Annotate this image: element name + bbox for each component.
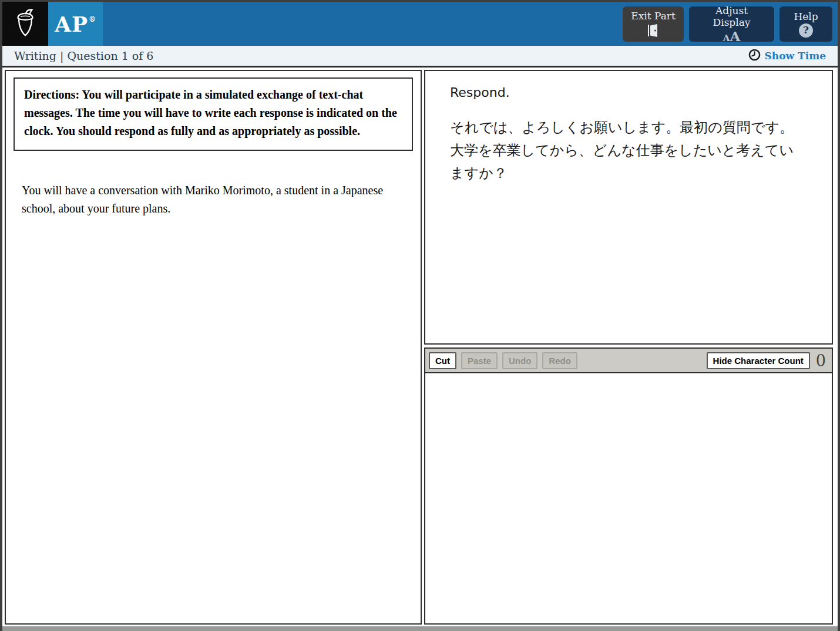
show-time-label: Show Time xyxy=(765,50,826,62)
ap-logo: AP® xyxy=(48,2,103,46)
adjust-display-button[interactable]: Adjust Display AA xyxy=(689,6,774,42)
acorn-icon xyxy=(13,8,38,40)
editor-toolbar: Cut Paste Undo Redo Hide Character Count… xyxy=(425,349,832,373)
response-editor: Cut Paste Undo Redo Hide Character Count… xyxy=(424,347,833,625)
status-bar: Writing | Question 1 of 6 Show Time xyxy=(2,46,838,68)
prompt-title: Respond. xyxy=(450,85,807,100)
show-time-toggle[interactable]: Show Time xyxy=(748,49,826,63)
clock-icon xyxy=(748,49,761,63)
response-column: Respond. それでは、よろしくお願いします。最初の質問です。大学を卒業して… xyxy=(424,70,833,625)
text-size-icon: AA xyxy=(723,29,741,43)
cut-button[interactable]: Cut xyxy=(429,352,456,369)
adjust-display-label: Adjust Display xyxy=(697,5,766,28)
question-mark-icon: ? xyxy=(799,23,813,38)
stimulus-panel: Respond. それでは、よろしくお願いします。最初の質問です。大学を卒業して… xyxy=(424,70,833,345)
redo-button[interactable]: Redo xyxy=(542,352,577,369)
directions-text: Directions: You will participate in a si… xyxy=(24,86,402,140)
door-exit-icon xyxy=(646,23,660,38)
app-frame: AP® Exit Part Adjust Display xyxy=(2,2,838,626)
help-label: Help xyxy=(794,11,818,22)
header-buttons: Exit Part Adjust Display AA xyxy=(623,2,838,46)
college-board-logo xyxy=(2,2,48,46)
directions-box: Directions: You will participate in a si… xyxy=(14,77,413,151)
help-button[interactable]: Help ? xyxy=(779,6,832,42)
ap-logo-text: AP xyxy=(55,12,88,36)
exam-window: AP® Exit Part Adjust Display xyxy=(0,0,840,631)
app-header: AP® Exit Part Adjust Display xyxy=(2,2,838,46)
hide-character-count-button[interactable]: Hide Character Count xyxy=(707,352,810,369)
section-question-label: Writing | Question 1 of 6 xyxy=(14,49,153,62)
exit-part-label: Exit Part xyxy=(631,10,675,22)
registered-mark: ® xyxy=(89,15,96,23)
character-count: 0 xyxy=(815,353,828,369)
directions-panel: Directions: You will participate in a si… xyxy=(5,70,422,625)
paste-button[interactable]: Paste xyxy=(461,352,498,369)
header-spacer xyxy=(103,2,623,46)
response-textarea[interactable] xyxy=(425,373,832,623)
undo-button[interactable]: Undo xyxy=(502,352,537,369)
scenario-text: You will have a conversation with Mariko… xyxy=(14,181,413,218)
exit-part-button[interactable]: Exit Part xyxy=(623,6,684,42)
prompt-text-japanese: それでは、よろしくお願いします。最初の質問です。大学を卒業してから、どんな仕事を… xyxy=(450,116,807,185)
window-bottom-edge xyxy=(2,626,838,631)
main-content: Directions: You will participate in a si… xyxy=(2,68,838,626)
